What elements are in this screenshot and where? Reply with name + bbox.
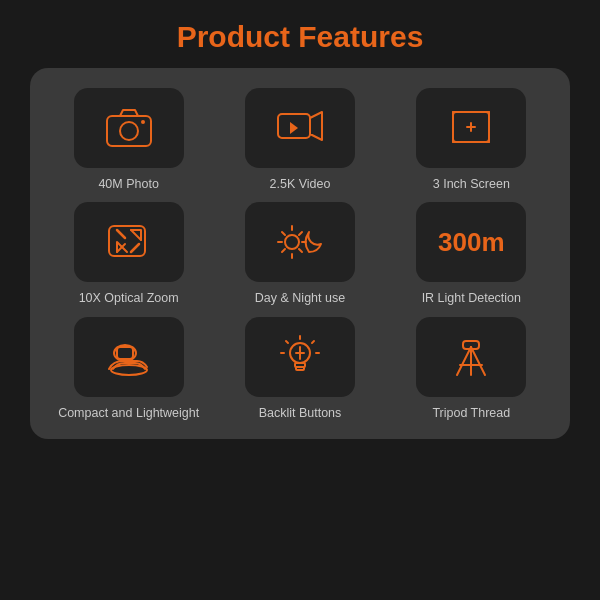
photo-icon-box xyxy=(74,88,184,168)
photo-label: 40M Photo xyxy=(98,176,158,192)
compact-icon-box xyxy=(74,317,184,397)
svg-line-26 xyxy=(299,249,302,252)
svg-point-2 xyxy=(141,120,145,124)
feature-ir: 300m IR Light Detection xyxy=(391,202,552,306)
svg-line-18 xyxy=(131,230,141,240)
feature-backlit: Backlit Buttons xyxy=(219,317,380,421)
video-icon-box xyxy=(245,88,355,168)
svg-point-31 xyxy=(111,365,147,375)
svg-point-20 xyxy=(285,235,299,249)
video-icon xyxy=(274,102,326,154)
tripod-label: Tripod Thread xyxy=(432,405,510,421)
feature-video: 2.5K Video xyxy=(219,88,380,192)
zoom-icon xyxy=(103,216,155,268)
svg-line-43 xyxy=(471,347,485,375)
svg-line-25 xyxy=(282,232,285,235)
ir-label: IR Light Detection xyxy=(422,290,521,306)
tripod-icon-box xyxy=(416,317,526,397)
features-card: 40M Photo 2.5K Video xyxy=(30,68,570,439)
video-label: 2.5K Video xyxy=(270,176,331,192)
daynight-label: Day & Night use xyxy=(255,290,345,306)
backlit-icon xyxy=(274,331,326,383)
zoom-label: 10X Optical Zoom xyxy=(79,290,179,306)
screen-label: 3 Inch Screen xyxy=(433,176,510,192)
feature-compact: Compact and Lightweight xyxy=(48,317,209,421)
svg-rect-0 xyxy=(107,116,151,146)
svg-point-1 xyxy=(120,122,138,140)
feature-row-2: 10X Optical Zoom xyxy=(48,202,552,306)
zoom-icon-box xyxy=(74,202,184,282)
ir-text: 300m xyxy=(438,227,505,258)
ir-icon-box: 300m xyxy=(416,202,526,282)
compact-label: Compact and Lightweight xyxy=(58,405,199,421)
tripod-icon xyxy=(445,331,497,383)
daynight-icon xyxy=(274,216,326,268)
screen-icon-box xyxy=(416,88,526,168)
svg-rect-30 xyxy=(117,347,133,359)
camera-icon xyxy=(103,102,155,154)
svg-line-37 xyxy=(286,341,288,343)
feature-screen: 3 Inch Screen xyxy=(391,88,552,192)
compact-icon xyxy=(103,331,155,383)
page-title: Product Features xyxy=(177,20,424,54)
svg-line-36 xyxy=(312,341,314,343)
feature-photo: 40M Photo xyxy=(48,88,209,192)
svg-rect-34 xyxy=(296,367,304,370)
svg-marker-4 xyxy=(310,112,322,140)
svg-marker-5 xyxy=(290,122,298,134)
feature-row-1: 40M Photo 2.5K Video xyxy=(48,88,552,192)
svg-line-42 xyxy=(457,347,471,375)
backlit-label: Backlit Buttons xyxy=(259,405,342,421)
screen-icon xyxy=(445,102,497,154)
svg-line-28 xyxy=(299,232,302,235)
backlit-icon-box xyxy=(245,317,355,397)
feature-daynight: Day & Night use xyxy=(219,202,380,306)
feature-zoom: 10X Optical Zoom xyxy=(48,202,209,306)
daynight-icon-box xyxy=(245,202,355,282)
page-container: Product Features 40M Photo xyxy=(10,10,590,590)
feature-row-3: Compact and Lightweight xyxy=(48,317,552,421)
svg-line-27 xyxy=(282,249,285,252)
feature-tripod: Tripod Thread xyxy=(391,317,552,421)
